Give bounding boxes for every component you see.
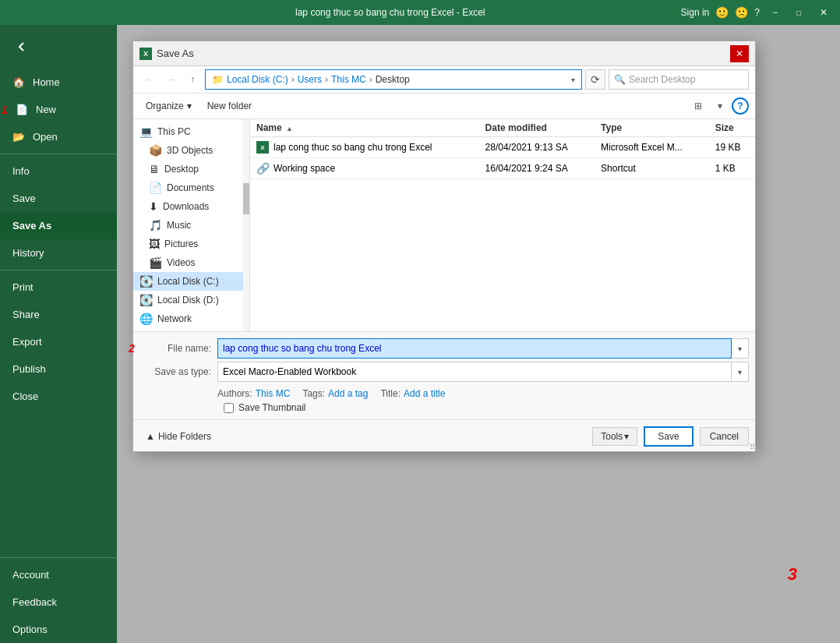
tree-item-videos[interactable]: 🎬 Videos [133,253,249,272]
title-label: Title: [380,388,401,399]
file-name-dropdown[interactable]: ▾ [732,338,749,359]
local-disk-d-icon: 💽 [139,294,153,306]
sidebar-item-history[interactable]: History [0,239,117,267]
file-pane: Name ▲ Date modified Type [250,119,755,331]
save-type-select[interactable]: Excel Macro-Enabled Workbook [217,362,732,382]
sidebar-label-open: Open [33,131,58,143]
excel-icon: X [139,48,152,60]
tags-item: Tags: Add a tag [302,388,368,399]
shortcut-file-icon: 🔗 [256,162,269,175]
organize-label: Organize [146,101,184,111]
meta-row: Authors: This MC Tags: Add a tag Title: … [139,385,749,402]
save-button[interactable]: Save [644,426,693,447]
sort-arrow-name: ▲ [286,125,293,132]
file-name-shortcut: Working space [274,163,335,174]
file-date-excel: 28/04/2021 9:13 SA [479,137,595,158]
tree-item-this-pc[interactable]: 💻 This PC [133,122,249,141]
up-nav-button[interactable]: ↑ [183,70,202,89]
restore-button[interactable]: □ [790,9,807,17]
file-list-area: 💻 This PC 📦 3D Objects 🖥 Desktop 📄 [133,119,755,331]
view-dropdown-button[interactable]: ▾ [710,97,730,115]
forward-nav-button[interactable]: → [161,70,180,89]
tree-item-local-disk-c[interactable]: 💽 Local Disk (C:) [133,272,249,291]
sidebar-item-home[interactable]: 🏠 Home [0,69,117,96]
breadcrumb-dropdown-icon[interactable]: ▾ [571,76,575,84]
thumbnail-row: Save Thumbnail [139,402,749,413]
open-icon: 📂 [12,131,25,143]
back-button[interactable] [6,31,37,62]
sidebar-item-feedback[interactable]: Feedback [0,588,117,616]
desktop-icon: 🖥 [149,163,160,175]
sidebar-item-save[interactable]: Save [0,185,117,212]
file-row-shortcut[interactable]: 🔗 Working space 16/04/2021 9:24 SA Short… [250,158,755,179]
col-size[interactable]: Size [709,119,755,137]
resize-handle[interactable]: ⠿ [746,442,755,451]
tree-item-local-disk-d[interactable]: 💽 Local Disk (D:) [133,291,249,309]
sidebar-item-info[interactable]: Info [0,157,117,185]
new-folder-button[interactable]: New folder [201,98,258,114]
dialog-toolbar: ← → ↑ 📁 Local Disk (C:) › Users › This M… [133,66,755,94]
sidebar-item-account[interactable]: Account [0,561,117,588]
file-name-label: File name: [139,343,217,354]
sidebar-label-publish: Publish [12,363,46,375]
sidebar-item-new[interactable]: 📄 New [0,96,117,123]
refresh-button[interactable]: ⟳ [585,69,605,90]
file-name-input[interactable] [217,338,732,359]
save-type-select-wrapper: Excel Macro-Enabled Workbook [217,362,732,382]
view-toggle-button[interactable]: ⊞ [688,97,708,115]
sidebar-label-history: History [12,247,44,259]
help-icon[interactable]: ? [754,7,760,18]
tree-item-3d-objects[interactable]: 📦 3D Objects [133,141,249,160]
save-as-dialog: X Save As ✕ ← → ↑ 📁 Local Disk (C:) › Us… [132,41,756,452]
cancel-button[interactable]: Cancel [700,427,749,446]
col-date[interactable]: Date modified [479,119,595,137]
videos-icon: 🎬 [149,256,162,269]
sidebar-item-options[interactable]: Options [0,616,117,643]
sidebar-item-save-as[interactable]: Save As [0,212,117,239]
sidebar-item-open[interactable]: 📂 Open [0,123,117,150]
minimize-button[interactable]: − [766,7,784,18]
sidebar-item-print[interactable]: Print [0,274,117,301]
breadcrumb-users[interactable]: Users [298,74,322,85]
thumbnail-label[interactable]: Save Thumbnail [238,402,306,413]
help-button[interactable]: ? [732,97,749,115]
col-type[interactable]: Type [595,119,709,137]
organize-button[interactable]: Organize ▾ [139,98,198,114]
title-item: Title: Add a title [380,388,445,399]
file-row-excel[interactable]: X lap cong thuc so bang chu trong Excel … [250,137,755,158]
col-name[interactable]: Name ▲ [250,119,479,137]
search-bar[interactable]: 🔍 Search Desktop [609,69,749,90]
folder-icon: 📁 [212,74,224,85]
tree-item-downloads[interactable]: ⬇ Downloads [133,197,249,216]
frown-icon[interactable]: 🙁 [735,6,748,19]
authors-value[interactable]: This MC [256,388,291,399]
hide-folders-button[interactable]: ▲ Hide Folders [139,428,217,445]
tools-button[interactable]: Tools ▾ [592,427,637,446]
sidebar-item-share[interactable]: Share [0,301,117,328]
dialog-close-button[interactable]: ✕ [730,45,749,62]
tree-item-desktop[interactable]: 🖥 Desktop [133,160,249,178]
thumbnail-checkbox[interactable] [224,403,234,413]
breadcrumb-this-mc[interactable]: This MC [331,74,366,85]
sidebar-item-close[interactable]: Close [0,383,117,410]
close-button[interactable]: ✕ [814,7,834,18]
tree-item-music[interactable]: 🎵 Music [133,216,249,235]
tree-item-documents[interactable]: 📄 Documents [133,178,249,197]
sidebar-label-share: Share [12,309,40,320]
tools-label: Tools [601,431,623,442]
back-nav-button[interactable]: ← [139,70,158,89]
titlebar-right: Sign in 🙂 🙁 ? − □ ✕ [681,6,834,19]
save-type-dropdown[interactable]: ▾ [732,362,749,382]
sidebar-label-close: Close [12,390,38,402]
title-add[interactable]: Add a title [404,388,445,399]
breadcrumb-local-disk[interactable]: Local Disk (C:) [227,74,288,85]
feedback-icon[interactable]: 🙂 [715,6,729,19]
file-name-cell-shortcut: 🔗 Working space [256,162,473,175]
tags-add[interactable]: Add a tag [328,388,368,399]
tree-item-network[interactable]: 🌐 Network [133,309,249,328]
signin-button[interactable]: Sign in [681,7,710,18]
tree-item-pictures[interactable]: 🖼 Pictures [133,235,249,253]
sidebar-item-publish[interactable]: Publish [0,355,117,383]
sidebar-item-export[interactable]: Export [0,328,117,355]
breadcrumb-bar[interactable]: 📁 Local Disk (C:) › Users › This MC › De… [205,69,582,90]
